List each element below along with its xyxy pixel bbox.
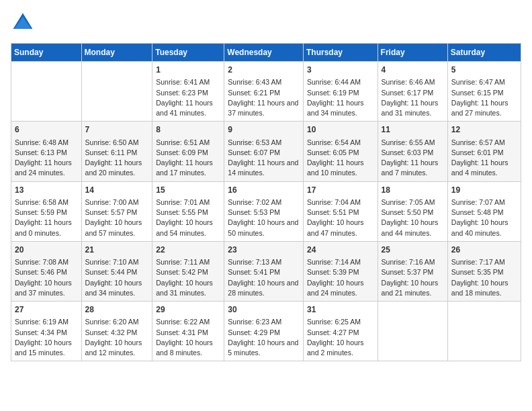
day-info: Sunset: 5:50 PM <box>382 208 444 218</box>
day-info: Sunset: 5:57 PM <box>85 208 149 218</box>
day-info: Daylight: 10 hours and 21 minutes. <box>382 278 444 298</box>
day-info: Sunrise: 6:58 AM <box>15 197 78 208</box>
calendar-cell: 9Sunrise: 6:53 AMSunset: 6:07 PMDaylight… <box>224 122 304 181</box>
day-info: Daylight: 10 hours and 50 minutes. <box>228 218 300 238</box>
calendar-cell: 16Sunrise: 7:02 AMSunset: 5:53 PMDayligh… <box>224 181 304 241</box>
calendar-cell: 4Sunrise: 6:46 AMSunset: 6:17 PMDaylight… <box>378 62 447 122</box>
day-number: 11 <box>382 124 444 136</box>
day-info: Daylight: 10 hours and 2 minutes. <box>307 338 374 358</box>
day-number: 12 <box>451 124 517 136</box>
week-row-1: 1Sunrise: 6:41 AMSunset: 6:23 PMDaylight… <box>11 62 521 122</box>
day-info: Sunrise: 7:02 AM <box>228 197 300 208</box>
day-number: 26 <box>451 244 517 256</box>
day-number: 6 <box>15 124 78 136</box>
day-info: Sunrise: 6:55 AM <box>382 138 444 148</box>
week-row-2: 6Sunrise: 6:48 AMSunset: 6:13 PMDaylight… <box>11 122 521 181</box>
calendar-cell: 20Sunrise: 7:08 AMSunset: 5:46 PMDayligh… <box>11 241 82 301</box>
day-number: 30 <box>228 304 300 316</box>
day-info: Sunset: 6:01 PM <box>451 148 517 158</box>
day-number: 19 <box>451 185 517 196</box>
week-row-5: 27Sunrise: 6:19 AMSunset: 4:34 PMDayligh… <box>11 302 521 361</box>
day-number: 18 <box>382 185 444 196</box>
day-info: Sunset: 5:42 PM <box>156 267 220 277</box>
day-info: Daylight: 10 hours and 15 minutes. <box>15 338 78 358</box>
day-info: Sunrise: 6:50 AM <box>85 138 149 148</box>
day-info: Sunset: 6:09 PM <box>156 148 220 158</box>
day-info: Daylight: 10 hours and 18 minutes. <box>451 278 517 298</box>
day-info: Sunset: 5:44 PM <box>85 267 149 277</box>
day-number: 9 <box>228 124 300 136</box>
calendar-cell: 11Sunrise: 6:55 AMSunset: 6:03 PMDayligh… <box>378 122 447 181</box>
day-number: 31 <box>307 304 374 316</box>
day-info: Daylight: 10 hours and 31 minutes. <box>156 278 220 298</box>
day-info: Sunset: 6:23 PM <box>156 88 220 98</box>
day-info: Daylight: 10 hours and 57 minutes. <box>85 218 149 238</box>
day-info: Sunset: 6:13 PM <box>15 148 78 158</box>
calendar-cell: 17Sunrise: 7:04 AMSunset: 5:51 PMDayligh… <box>303 181 378 241</box>
week-row-4: 20Sunrise: 7:08 AMSunset: 5:46 PMDayligh… <box>11 241 521 301</box>
day-number: 22 <box>156 244 220 256</box>
day-info: Sunrise: 6:43 AM <box>228 77 300 87</box>
calendar-cell: 18Sunrise: 7:05 AMSunset: 5:50 PMDayligh… <box>378 181 447 241</box>
day-info: Sunset: 5:35 PM <box>451 267 517 277</box>
day-info: Sunrise: 7:00 AM <box>85 197 149 208</box>
logo <box>11 11 38 35</box>
calendar-cell: 31Sunrise: 6:25 AMSunset: 4:27 PMDayligh… <box>303 302 378 361</box>
calendar-cell: 23Sunrise: 7:13 AMSunset: 5:41 PMDayligh… <box>224 241 304 301</box>
calendar-cell: 27Sunrise: 6:19 AMSunset: 4:34 PMDayligh… <box>11 302 82 361</box>
day-header-friday: Friday <box>378 44 447 62</box>
day-info: Daylight: 11 hours and 7 minutes. <box>382 158 444 178</box>
day-info: Sunrise: 6:46 AM <box>382 77 444 87</box>
day-info: Sunset: 5:46 PM <box>15 267 78 277</box>
day-info: Sunset: 6:05 PM <box>307 148 374 158</box>
day-info: Sunset: 6:19 PM <box>307 88 374 98</box>
day-number: 16 <box>228 185 300 196</box>
day-info: Sunrise: 6:22 AM <box>156 317 220 327</box>
calendar-cell: 5Sunrise: 6:47 AMSunset: 6:15 PMDaylight… <box>447 62 521 122</box>
day-number: 29 <box>156 304 220 316</box>
day-info: Sunrise: 7:01 AM <box>156 197 220 208</box>
day-number: 7 <box>85 124 149 136</box>
day-info: Daylight: 11 hours and 10 minutes. <box>307 158 374 178</box>
calendar-cell: 28Sunrise: 6:20 AMSunset: 4:32 PMDayligh… <box>81 302 152 361</box>
day-info: Sunset: 5:55 PM <box>156 208 220 218</box>
day-info: Daylight: 11 hours and 37 minutes. <box>228 98 300 118</box>
day-info: Daylight: 11 hours and 0 minutes. <box>15 218 78 238</box>
day-number: 25 <box>382 244 444 256</box>
day-number: 24 <box>307 244 374 256</box>
day-info: Sunset: 6:07 PM <box>228 148 300 158</box>
day-number: 13 <box>15 185 78 196</box>
day-number: 5 <box>451 64 517 76</box>
day-info: Sunset: 6:03 PM <box>382 148 444 158</box>
calendar-cell: 12Sunrise: 6:57 AMSunset: 6:01 PMDayligh… <box>447 122 521 181</box>
day-info: Sunrise: 7:10 AM <box>85 257 149 267</box>
day-info: Daylight: 10 hours and 44 minutes. <box>382 218 444 238</box>
day-info: Sunset: 4:34 PM <box>15 328 78 338</box>
calendar-cell: 3Sunrise: 6:44 AMSunset: 6:19 PMDaylight… <box>303 62 378 122</box>
calendar-cell: 2Sunrise: 6:43 AMSunset: 6:21 PMDaylight… <box>224 62 304 122</box>
day-info: Sunrise: 7:17 AM <box>451 257 517 267</box>
day-info: Sunrise: 6:23 AM <box>228 317 300 327</box>
day-info: Daylight: 10 hours and 8 minutes. <box>156 338 220 358</box>
day-info: Sunrise: 7:08 AM <box>15 257 78 267</box>
day-info: Daylight: 11 hours and 34 minutes. <box>307 98 374 118</box>
calendar-cell: 26Sunrise: 7:17 AMSunset: 5:35 PMDayligh… <box>447 241 521 301</box>
day-info: Sunset: 6:21 PM <box>228 88 300 98</box>
day-number: 21 <box>85 244 149 256</box>
day-header-sunday: Sunday <box>11 44 82 62</box>
day-info: Sunrise: 7:13 AM <box>228 257 300 267</box>
day-number: 27 <box>15 304 78 316</box>
day-info: Daylight: 10 hours and 5 minutes. <box>228 338 300 358</box>
day-info: Sunset: 6:11 PM <box>85 148 149 158</box>
day-number: 3 <box>307 64 374 76</box>
calendar-cell: 15Sunrise: 7:01 AMSunset: 5:55 PMDayligh… <box>152 181 224 241</box>
day-info: Daylight: 11 hours and 24 minutes. <box>15 158 78 178</box>
day-info: Sunrise: 7:07 AM <box>451 197 517 208</box>
logo-icon <box>11 11 35 35</box>
day-info: Sunset: 5:51 PM <box>307 208 374 218</box>
day-number: 8 <box>156 124 220 136</box>
calendar-cell: 30Sunrise: 6:23 AMSunset: 4:29 PMDayligh… <box>224 302 304 361</box>
day-info: Sunset: 6:15 PM <box>451 88 517 98</box>
day-info: Sunrise: 6:41 AM <box>156 77 220 87</box>
calendar-cell: 8Sunrise: 6:51 AMSunset: 6:09 PMDaylight… <box>152 122 224 181</box>
